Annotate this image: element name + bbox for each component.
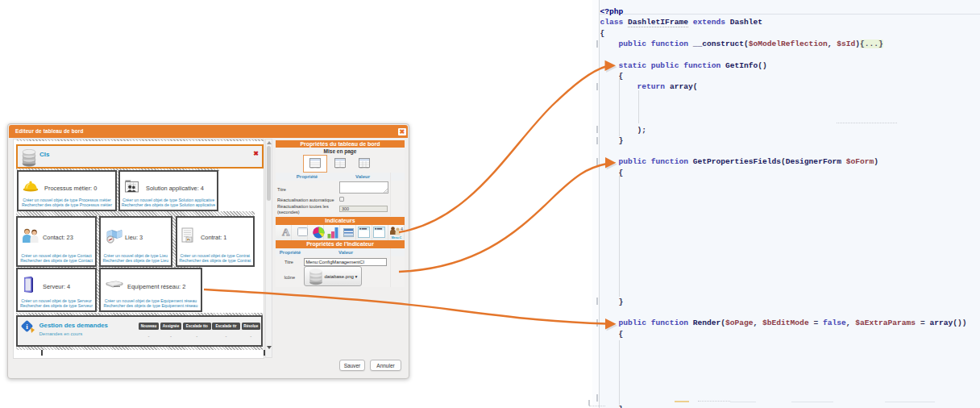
svg-text:Menu:C: Menu:C [392, 235, 402, 239]
